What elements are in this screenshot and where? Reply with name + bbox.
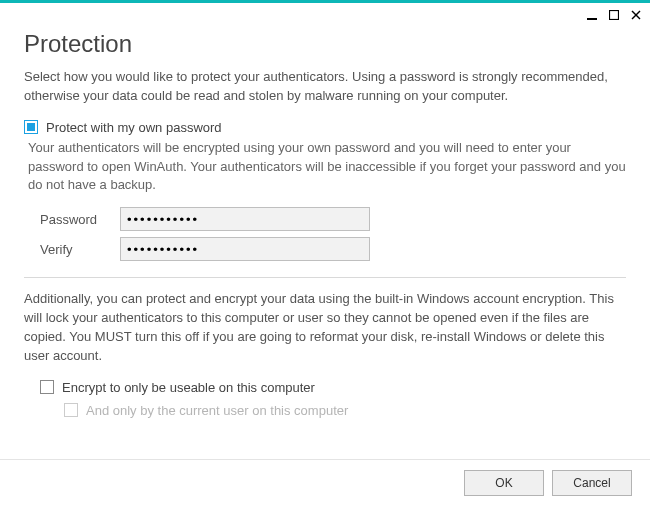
- verify-label: Verify: [40, 242, 120, 257]
- password-label: Password: [40, 212, 120, 227]
- encryption-description: Additionally, you can protect and encryp…: [24, 290, 626, 365]
- encrypt-user-row: And only by the current user on this com…: [64, 403, 626, 418]
- minimize-icon[interactable]: [586, 9, 598, 21]
- maximize-icon[interactable]: [608, 9, 620, 21]
- password-input[interactable]: [120, 207, 370, 231]
- protect-password-description: Your authenticators will be encrypted us…: [28, 139, 626, 196]
- encrypt-computer-row[interactable]: Encrypt to only be useable on this compu…: [40, 380, 626, 395]
- encrypt-user-checkbox: [64, 403, 78, 417]
- svg-rect-1: [610, 10, 619, 19]
- footer-divider: [0, 459, 650, 460]
- encrypt-computer-label: Encrypt to only be useable on this compu…: [62, 380, 315, 395]
- password-row: Password: [40, 207, 626, 231]
- encrypt-user-label: And only by the current user on this com…: [86, 403, 348, 418]
- svg-rect-0: [587, 18, 597, 20]
- cancel-button[interactable]: Cancel: [552, 470, 632, 496]
- dialog-footer: OK Cancel: [464, 470, 632, 496]
- section-divider: [24, 277, 626, 278]
- verify-row: Verify: [40, 237, 626, 261]
- protect-password-row[interactable]: Protect with my own password: [24, 120, 626, 135]
- dialog-content: Protection Select how you would like to …: [0, 26, 650, 432]
- page-title: Protection: [24, 30, 626, 58]
- intro-text: Select how you would like to protect you…: [24, 68, 626, 106]
- encrypt-computer-checkbox[interactable]: [40, 380, 54, 394]
- protect-password-checkbox[interactable]: [24, 120, 38, 134]
- verify-input[interactable]: [120, 237, 370, 261]
- ok-button[interactable]: OK: [464, 470, 544, 496]
- window-titlebar: [0, 0, 650, 26]
- close-icon[interactable]: [630, 9, 642, 21]
- protect-password-label: Protect with my own password: [46, 120, 222, 135]
